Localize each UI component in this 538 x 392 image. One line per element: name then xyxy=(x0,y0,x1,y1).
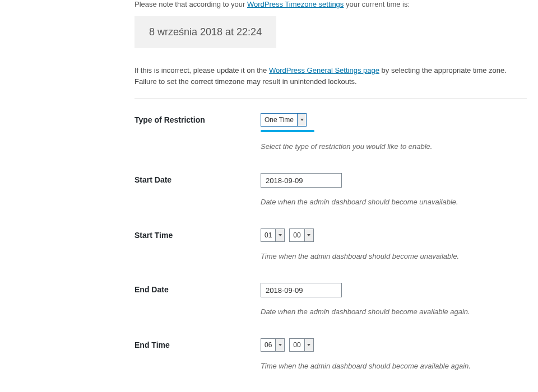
intro-prefix: Please note that according to your xyxy=(134,0,247,8)
start-hour-value: 01 xyxy=(261,229,275,241)
restriction-type-value: One Time xyxy=(261,114,297,126)
current-time-box: 8 września 2018 at 22:24 xyxy=(134,16,276,48)
row-type-of-restriction: Type of Restriction One Time Select the … xyxy=(134,113,527,151)
chevron-down-icon xyxy=(300,119,304,121)
label-type-of-restriction: Type of Restriction xyxy=(134,113,261,124)
general-settings-link[interactable]: WordPress General Settings page xyxy=(269,66,379,74)
start-hour-dropdown-button[interactable] xyxy=(275,229,284,241)
current-time-value: 8 września 2018 at 22:24 xyxy=(149,26,262,38)
warning-prefix: If this is incorrect, please update it o… xyxy=(134,66,269,74)
restriction-type-dropdown-button[interactable] xyxy=(297,114,306,126)
start-minute-select[interactable]: 00 xyxy=(289,228,313,242)
intro-text: Please note that according to your WordP… xyxy=(134,0,527,8)
label-start-date: Start Date xyxy=(134,173,261,184)
end-minute-value: 00 xyxy=(290,339,304,351)
end-hour-dropdown-button[interactable] xyxy=(275,339,284,351)
intro-suffix: your current time is: xyxy=(344,0,410,8)
restriction-type-description: Select the type of restriction you would… xyxy=(261,142,527,151)
section-divider xyxy=(134,98,527,99)
label-end-time: End Time xyxy=(134,338,261,349)
row-end-time: End Time 06 00 Ti xyxy=(134,338,527,370)
end-minute-select[interactable]: 00 xyxy=(289,338,313,352)
start-minute-dropdown-button[interactable] xyxy=(304,229,313,241)
highlight-underline xyxy=(261,130,314,132)
chevron-down-icon xyxy=(307,344,310,346)
start-minute-value: 00 xyxy=(290,229,304,241)
chevron-down-icon xyxy=(279,344,282,346)
warning-text: If this is incorrect, please update it o… xyxy=(134,65,527,87)
start-time-description: Time when the admin dashboard should bec… xyxy=(261,252,527,260)
start-date-input[interactable] xyxy=(261,173,342,188)
timezone-settings-link[interactable]: WordPress Timezone settings xyxy=(247,0,344,8)
restriction-type-select[interactable]: One Time xyxy=(261,113,307,127)
end-hour-select[interactable]: 06 xyxy=(261,338,285,352)
end-minute-dropdown-button[interactable] xyxy=(304,339,313,351)
label-end-date: End Date xyxy=(134,283,261,294)
start-date-description: Date when the admin dashboard should bec… xyxy=(261,198,527,206)
chevron-down-icon xyxy=(307,234,310,236)
end-date-description: Date when the admin dashboard should bec… xyxy=(261,307,527,316)
row-start-time: Start Time 01 00 xyxy=(134,228,527,260)
row-start-date: Start Date Date when the admin dashboard… xyxy=(134,173,527,206)
end-time-description: Time when the admin dashboard should bec… xyxy=(261,362,527,370)
end-date-input[interactable] xyxy=(261,283,342,297)
start-hour-select[interactable]: 01 xyxy=(261,228,285,242)
row-end-date: End Date Date when the admin dashboard s… xyxy=(134,283,527,316)
label-start-time: Start Time xyxy=(134,228,261,240)
end-hour-value: 06 xyxy=(261,339,275,351)
chevron-down-icon xyxy=(279,234,282,236)
